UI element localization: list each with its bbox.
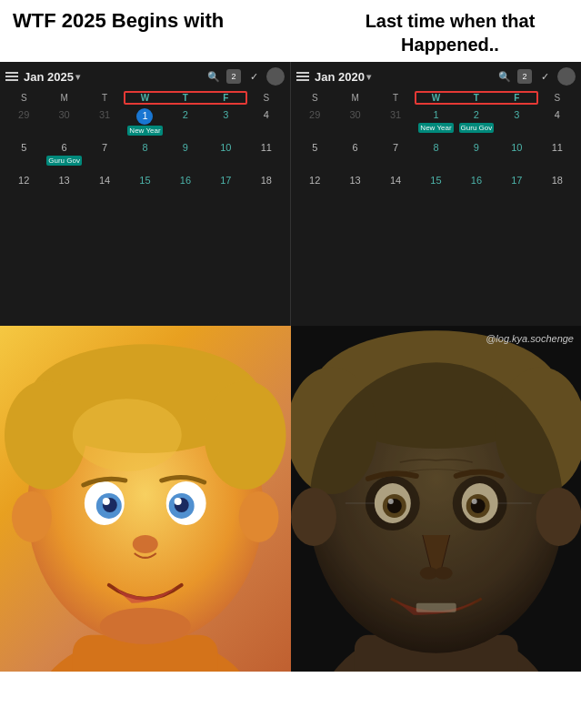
month-label-2020: Jan 2020 ▾ bbox=[315, 70, 371, 84]
day-t2: T bbox=[165, 91, 205, 105]
search-icon[interactable]: 🔍 bbox=[205, 68, 222, 85]
cal-cell: 5 bbox=[295, 139, 335, 172]
dropdown-arrow-2020: ▾ bbox=[366, 72, 371, 82]
svg-point-12 bbox=[103, 498, 110, 505]
day-s1: S bbox=[4, 91, 44, 105]
svg-point-17 bbox=[133, 535, 158, 553]
day-s2: S bbox=[246, 91, 286, 105]
check-icon-2020[interactable]: ✓ bbox=[536, 68, 553, 85]
day-f-2020: F bbox=[496, 91, 536, 105]
cal-cell: 6 bbox=[335, 139, 375, 172]
cal-cell: 31 bbox=[376, 106, 416, 139]
cal-2025-header: Jan 2025 ▾ 🔍 2 ✓ bbox=[4, 67, 286, 86]
cal-cell: 12 bbox=[295, 172, 335, 205]
day-t1-2020: T bbox=[376, 91, 416, 105]
cal-cell: 15 bbox=[416, 172, 456, 205]
cal-cell: 10 bbox=[496, 139, 536, 172]
check-icon[interactable]: ✓ bbox=[245, 68, 262, 85]
svg-rect-45 bbox=[291, 326, 582, 671]
cal-cell: 30 bbox=[44, 106, 84, 139]
cal-cell: 18 bbox=[537, 172, 577, 205]
cal-cell: 1New Year bbox=[416, 106, 456, 139]
calendars-section: Jan 2025 ▾ 🔍 2 ✓ S M T W T F S bbox=[0, 62, 581, 326]
cal-cell: 2 bbox=[165, 106, 205, 139]
event-tag: Guru Gov bbox=[46, 156, 82, 166]
mr-incredible-uncanny-svg bbox=[291, 326, 582, 672]
month-label-2025: Jan 2025 ▾ bbox=[24, 70, 80, 84]
cal-cell: 17 bbox=[205, 172, 245, 205]
cal-grid-2025: 2930311New Year23456Guru Gov789101112131… bbox=[4, 106, 286, 205]
cal-cell: 29 bbox=[295, 106, 335, 139]
cal-cell: 5 bbox=[4, 139, 44, 172]
avatar bbox=[266, 67, 285, 86]
day-headers-2020: S M T W T F S bbox=[295, 91, 577, 105]
event-tag: Guru Gov bbox=[459, 123, 495, 133]
svg-point-7 bbox=[12, 491, 52, 542]
cal-cell: 4 bbox=[246, 106, 286, 139]
day-w-2020: W bbox=[416, 91, 456, 105]
cal-cell: 8 bbox=[416, 139, 456, 172]
svg-point-18 bbox=[100, 608, 191, 644]
event-tag: New Year bbox=[127, 126, 162, 136]
cal-cell: 18 bbox=[246, 172, 286, 205]
badge-2: 2 bbox=[226, 69, 241, 84]
cal-cell: 14 bbox=[376, 172, 416, 205]
cal-cell: 7 bbox=[376, 139, 416, 172]
day-t2-2020: T bbox=[456, 91, 496, 105]
cal-cell: 31 bbox=[85, 106, 125, 139]
cal-header-icons-2020: 🔍 2 ✓ bbox=[496, 67, 576, 86]
cal-cell: 6Guru Gov bbox=[44, 139, 84, 172]
meme-uncanny: @log.kya.sochenge bbox=[291, 326, 582, 672]
meme-normal bbox=[0, 326, 291, 672]
right-heading: Last time when that Happened.. bbox=[332, 9, 568, 56]
cal-cell: 10 bbox=[205, 139, 245, 172]
cal-cell: 30 bbox=[335, 106, 375, 139]
cal-cell: 12 bbox=[4, 172, 44, 205]
mr-incredible-normal-svg bbox=[0, 326, 291, 672]
calendar-2020: Jan 2020 ▾ 🔍 2 ✓ S M T W T F S 2930311N bbox=[291, 62, 581, 326]
day-w: W bbox=[125, 91, 165, 105]
event-tag: New Year bbox=[418, 123, 453, 133]
day-headers-2025: S M T W T F S bbox=[4, 91, 286, 105]
cal-cell: 13 bbox=[44, 172, 84, 205]
day-m-2020: M bbox=[335, 91, 375, 105]
svg-point-16 bbox=[175, 498, 182, 505]
cal-cell: 4 bbox=[537, 106, 577, 139]
cal-cell: 14 bbox=[85, 172, 125, 205]
cal-cell: 16 bbox=[456, 172, 496, 205]
cal-cell: 1New Year bbox=[125, 106, 165, 139]
svg-point-5 bbox=[205, 380, 286, 490]
avatar-2020 bbox=[557, 67, 576, 86]
cal-cell: 2Guru Gov bbox=[456, 106, 496, 139]
badge-2-2020: 2 bbox=[517, 69, 532, 84]
menu-icon-2020[interactable] bbox=[296, 72, 309, 81]
cal-header-icons: 🔍 2 ✓ bbox=[205, 67, 285, 86]
cal-2020-header: Jan 2020 ▾ 🔍 2 ✓ bbox=[295, 67, 577, 86]
left-heading: WTF 2025 Begins with bbox=[13, 9, 224, 56]
cal-cell: 11 bbox=[246, 139, 286, 172]
cal-cell: 3 bbox=[205, 106, 245, 139]
calendar-2025: Jan 2025 ▾ 🔍 2 ✓ S M T W T F S bbox=[0, 62, 291, 326]
day-s2-2020: S bbox=[537, 91, 577, 105]
cal-cell: 15 bbox=[125, 172, 165, 205]
cal-cell: 3 bbox=[496, 106, 536, 139]
cal-cell: 17 bbox=[496, 172, 536, 205]
menu-icon[interactable] bbox=[5, 72, 18, 81]
watermark: @log.kya.sochenge bbox=[486, 333, 574, 344]
cal-cell: 13 bbox=[335, 172, 375, 205]
day-m: M bbox=[44, 91, 84, 105]
cal-cell: 9 bbox=[165, 139, 205, 172]
meme-section: @log.kya.sochenge bbox=[0, 326, 581, 672]
cal-cell: 9 bbox=[456, 139, 496, 172]
svg-point-6 bbox=[73, 399, 182, 471]
cal-cell: 11 bbox=[537, 139, 577, 172]
svg-point-8 bbox=[239, 491, 279, 542]
search-icon-2020[interactable]: 🔍 bbox=[496, 68, 513, 85]
dropdown-arrow: ▾ bbox=[75, 72, 80, 82]
day-f: F bbox=[205, 91, 245, 105]
cal-cell: 7 bbox=[85, 139, 125, 172]
cal-cell: 29 bbox=[4, 106, 44, 139]
day-s1-2020: S bbox=[295, 91, 335, 105]
cal-cell: 16 bbox=[165, 172, 205, 205]
cal-cell: 8 bbox=[125, 139, 165, 172]
